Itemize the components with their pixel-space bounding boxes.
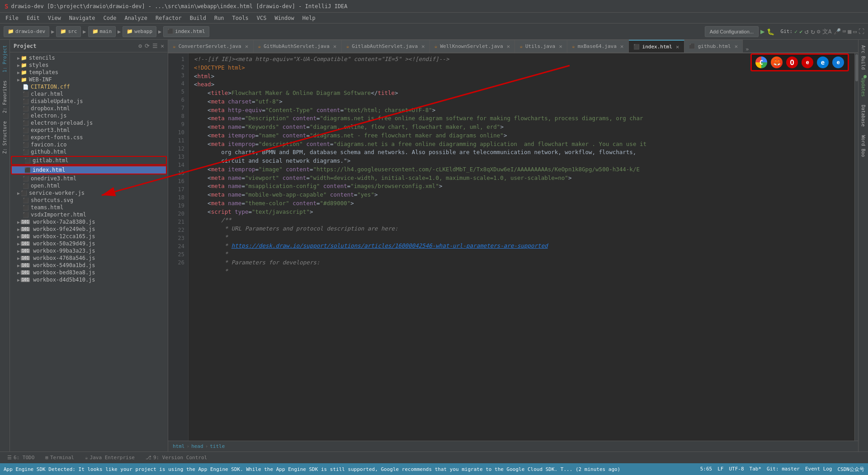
ie-browser-icon[interactable]: e — [802, 56, 813, 68]
database-tab[interactable]: Database — [860, 101, 867, 130]
tree-item-web-inf[interactable]: ▶ 📁 WEB-INF — [10, 76, 168, 83]
scrollbar-thumb[interactable] — [855, 54, 858, 81]
tree-item-github[interactable]: ⬛ github.html — [10, 148, 168, 155]
menu-refactor[interactable]: Refactor — [152, 14, 185, 22]
breadcrumb-head[interactable]: head — [191, 443, 203, 449]
firefox-browser-icon[interactable]: 🦊 — [771, 56, 783, 68]
tab-github-html[interactable]: ⬛ github.html × — [684, 40, 743, 52]
code-content[interactable]: <!--[if IE]><meta http-equiv="X-UA-Compa… — [189, 53, 854, 441]
tree-item-workbox-7[interactable]: ▶ 101 workbox-5490a1bd.js — [10, 262, 168, 269]
menu-run[interactable]: Run — [211, 14, 228, 22]
tree-item-teams[interactable]: ⬛ teams.html — [10, 204, 168, 211]
tree-item-clear-html[interactable]: ⬛ clear.html — [10, 90, 168, 98]
tree-item-workbox-5[interactable]: ▶ 101 workbox-99ba3a23.js — [10, 247, 168, 254]
close-tab-btn[interactable]: × — [333, 43, 337, 50]
tree-item-electron[interactable]: ⬛ electron.js — [10, 112, 168, 119]
tree-item-gitlab[interactable]: ⬛ gitlab.html — [11, 156, 167, 165]
tree-item-export3[interactable]: ⬛ export3.html — [10, 127, 168, 134]
line-ending[interactable]: LF — [717, 466, 723, 473]
settings-icon[interactable]: ⚙ — [817, 28, 821, 35]
breadcrumb-main[interactable]: 📁 main — [88, 26, 116, 37]
tree-item-electron-preload[interactable]: ⬛ electron-preload.js — [10, 119, 168, 127]
tree-item-service-worker[interactable]: ▶ ⬛ service-worker.js — [10, 189, 168, 197]
keyboard-icon[interactable]: ⌨ — [843, 28, 846, 35]
menu-tools[interactable]: Tools — [229, 14, 252, 22]
cursor-position[interactable]: 5:65 — [700, 466, 712, 473]
breadcrumb-webapp[interactable]: 📁 webapp — [123, 26, 156, 37]
project-tab[interactable]: 1: Project — [1, 42, 8, 76]
gear-icon[interactable]: ⚙ — [138, 42, 142, 49]
collapse-icon[interactable]: ☰ — [152, 42, 158, 49]
chrome-browser-icon[interactable]: C — [755, 56, 767, 68]
event-log[interactable]: Event Log — [805, 466, 832, 473]
close-tab-btn[interactable]: × — [507, 43, 510, 50]
encoding[interactable]: UTF-8 — [729, 466, 744, 473]
tree-item-workbox-6[interactable]: ▶ 101 workbox-4768a546.js — [10, 254, 168, 262]
grid-icon[interactable]: ▦ — [848, 28, 851, 35]
close-tab-btn[interactable]: × — [245, 43, 249, 50]
git-branch[interactable]: Git: master — [767, 466, 800, 473]
tree-item-workbox-8[interactable]: ▶ 101 workbox-bed83ea8.js — [10, 269, 168, 276]
tree-item-styles[interactable]: ▶ 📁 styles — [10, 61, 168, 69]
favorites-tab[interactable]: 2: Favorites — [1, 77, 8, 117]
tree-item-vsdximporter[interactable]: ⬛ vsdxImporter.html — [10, 211, 168, 218]
undo-button[interactable]: ↺ — [805, 27, 809, 36]
tab-utils[interactable]: ☕ Utils.java × — [515, 40, 567, 52]
menu-navigate[interactable]: Navigate — [66, 14, 99, 22]
tab-gitlab-auth-servlet[interactable]: ☕ GitlabAuthServlet.java × — [342, 40, 430, 52]
close-tab-btn[interactable]: × — [421, 43, 425, 50]
window-icon[interactable]: ▭ — [853, 28, 857, 35]
mic-icon[interactable]: 🎤 — [834, 28, 841, 35]
tree-item-stencils[interactable]: ▶ 📁 stencils — [10, 54, 168, 61]
tree-item-templates[interactable]: ▶ 📁 templates — [10, 69, 168, 76]
close-tab-btn[interactable]: × — [676, 43, 679, 50]
updates-tab[interactable]: Updates — [860, 74, 867, 100]
tree-item-citation[interactable]: 📄 CITATION.cff — [10, 83, 168, 90]
breadcrumb-indexhtml[interactable]: ⬛ index.html — [163, 26, 209, 37]
breadcrumb-title[interactable]: title — [210, 443, 225, 449]
tab-converter-servlet[interactable]: ☕ ConverterServlet.java × — [168, 40, 254, 52]
code-editor[interactable]: 1 2 3 4 5 6 7 8 9 10 11 12 13 14 15 16 1 — [168, 53, 854, 441]
tree-item-workbox-9[interactable]: ▶ 101 workbox-d4d5b410.js — [10, 276, 168, 283]
tree-item-workbox-1[interactable]: ▶ 101 workbox-7a2a8380.js — [10, 218, 168, 226]
opera-browser-icon[interactable]: O — [786, 56, 798, 68]
breadcrumb-html[interactable]: html — [173, 443, 185, 449]
word-book-tab[interactable]: Word Boo — [860, 132, 867, 160]
add-configuration-button[interactable]: Add Configuration... — [705, 26, 759, 37]
close-tab-btn[interactable]: × — [735, 43, 738, 50]
menu-view[interactable]: View — [44, 14, 65, 22]
edge2-browser-icon[interactable]: e — [832, 56, 844, 68]
todo-tab[interactable]: ☰ 6: TODO — [4, 454, 38, 461]
project-breadcrumb-drawio[interactable]: 📁 drawio-dev — [4, 26, 49, 37]
close-tab-btn[interactable]: × — [620, 43, 624, 50]
java-enterprise-tab[interactable]: ☕ Java Enterprise — [81, 454, 138, 461]
translate-icon[interactable]: 文A — [822, 28, 832, 36]
tree-item-workbox-4[interactable]: ▶ 101 workbox-50a29d49.js — [10, 240, 168, 247]
menu-edit[interactable]: Edit — [23, 14, 43, 22]
arc-build-tab[interactable]: Arc Build — [860, 42, 867, 73]
more-tabs-btn[interactable]: » — [743, 46, 751, 52]
tree-item-onedrive3[interactable]: ⬛ onedrive3.html — [10, 175, 168, 182]
fullscreen-icon[interactable]: ⛶ — [859, 28, 864, 35]
close-tab-btn[interactable]: × — [559, 43, 562, 50]
close-icon[interactable]: ✕ — [160, 42, 164, 49]
tree-item-favicon[interactable]: ⬛ favicon.ico — [10, 141, 168, 148]
menu-file[interactable]: File — [2, 14, 22, 22]
breadcrumb-src[interactable]: 📁 src — [56, 26, 81, 37]
tree-item-shortcuts[interactable]: ⬛ shortcuts.svg — [10, 197, 168, 204]
redo-button[interactable]: ↻ — [811, 27, 815, 36]
debug-button[interactable]: 🐛 — [767, 28, 774, 35]
menu-build[interactable]: Build — [186, 14, 210, 22]
tab-index-html[interactable]: ⬛ index.html × — [629, 40, 684, 52]
run-button[interactable]: ▶ — [760, 27, 765, 36]
indent-label[interactable]: Tab* — [750, 466, 762, 473]
tab-mxbase64[interactable]: ☕ mxBase64.java × — [567, 40, 629, 52]
menu-vcs[interactable]: VCS — [253, 14, 270, 22]
menu-window[interactable]: Window — [271, 14, 297, 22]
menu-code[interactable]: Code — [100, 14, 120, 22]
tree-item-workbox-2[interactable]: ▶ 101 workbox-9fe249eb.js — [10, 226, 168, 233]
edge-browser-icon[interactable]: e — [817, 56, 829, 68]
sync-icon[interactable]: ⟳ — [145, 42, 150, 49]
tree-item-workbox-3[interactable]: ▶ 101 workbox-12cca165.js — [10, 233, 168, 240]
tree-item-index-html[interactable]: ⬛ index.html — [11, 165, 167, 174]
